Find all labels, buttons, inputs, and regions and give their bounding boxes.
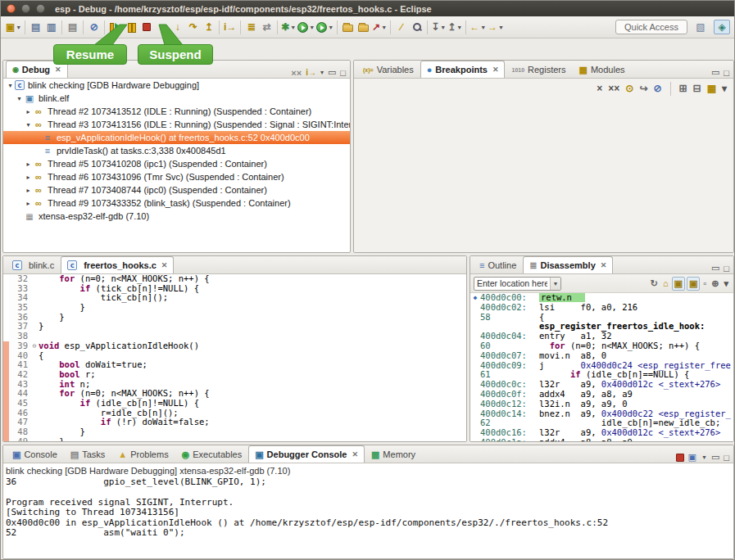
tree-item[interactable]: ▦xtensa-esp32-elf-gdb (7.10) bbox=[3, 210, 350, 223]
maximize-icon[interactable]: □ bbox=[340, 68, 346, 78]
tree-item[interactable]: ▾∞Thread #3 1073413156 (IDLE : Running) … bbox=[3, 118, 350, 131]
tree-item[interactable]: ▸∞Thread #2 1073413512 (IDLE : Running) … bbox=[3, 105, 350, 118]
new-wizard-button[interactable]: ▣▼ bbox=[6, 19, 21, 35]
step-instruction-button[interactable]: i→ bbox=[223, 19, 237, 35]
window-close-button[interactable] bbox=[7, 4, 16, 13]
tree-item[interactable]: ▸∞Thread #6 1073431096 (Tmr Svc) (Suspen… bbox=[3, 170, 350, 183]
java-perspective-icon[interactable]: ▧ bbox=[692, 20, 709, 34]
tree-item[interactable]: ▸∞Thread #7 1073408744 (ipc0) (Suspended… bbox=[3, 183, 350, 196]
editor-content[interactable]: 32 for (n=0; n<MAX_HOOKS; n++) {33 if (t… bbox=[3, 274, 466, 442]
search-button[interactable] bbox=[410, 19, 424, 35]
maximize-icon[interactable]: □ bbox=[724, 264, 729, 273]
group-by-button[interactable]: ▦ bbox=[707, 83, 716, 94]
new-view-button[interactable]: ▫ bbox=[701, 278, 708, 289]
skip-all-breakpoints-button[interactable]: ⊘ bbox=[653, 83, 661, 94]
maximize-icon[interactable]: □ bbox=[724, 453, 729, 463]
back-button[interactable]: ←▼ bbox=[470, 19, 486, 35]
skip-all-breakpoints-button[interactable]: ⊘ bbox=[87, 19, 101, 35]
step-instruction-toggle-icon[interactable]: i→ bbox=[306, 68, 316, 77]
collapse-all-button[interactable]: ⊟ bbox=[693, 83, 701, 94]
tab-tasks[interactable]: ▤Tasks bbox=[64, 445, 112, 463]
close-icon[interactable]: ✕ bbox=[161, 261, 168, 269]
expand-closed-icon[interactable]: ▸ bbox=[24, 160, 33, 168]
instruction-stepping-mode-button[interactable]: ≣ bbox=[244, 19, 258, 35]
tab-executables[interactable]: ◉Executables bbox=[175, 445, 249, 463]
track-expression-toggle-button[interactable]: ▣ bbox=[687, 277, 700, 291]
save-all-button[interactable]: ▥ bbox=[44, 19, 58, 35]
close-icon[interactable]: ✕ bbox=[55, 65, 61, 74]
disassembly-content[interactable]: ◆400d0c00:retw.n400d0c02:lsi f0, a0, 216… bbox=[470, 293, 733, 442]
run-coverage-button[interactable]: ▼ bbox=[316, 19, 333, 35]
step-over-button[interactable]: ↷ bbox=[186, 19, 200, 35]
console-content[interactable]: blink checking [GDB Hardware Debugging] … bbox=[3, 463, 733, 559]
reverse-toggle-button[interactable]: ⇄ bbox=[260, 19, 274, 35]
disassembly-location-input[interactable] bbox=[474, 278, 550, 288]
pin-button[interactable]: ⊕ bbox=[710, 278, 720, 290]
quick-access-button[interactable]: Quick Access bbox=[615, 20, 687, 34]
expand-closed-icon[interactable]: ▸ bbox=[24, 200, 33, 207]
tree-item[interactable]: ▾▣blink.elf bbox=[3, 92, 350, 105]
terminate-icon[interactable] bbox=[676, 454, 684, 462]
tree-item[interactable]: ≡esp_vApplicationIdleHook() at freertos_… bbox=[3, 131, 350, 144]
dropdown-arrow-icon[interactable]: ▼ bbox=[290, 25, 296, 30]
step-return-button[interactable]: ↥ bbox=[202, 19, 216, 35]
window-minimize-button[interactable] bbox=[21, 4, 30, 13]
show-supported-breakpoints-button[interactable]: ⊙ bbox=[625, 83, 633, 94]
maximize-icon[interactable]: □ bbox=[724, 68, 729, 78]
print-button[interactable]: ▤ bbox=[66, 19, 79, 35]
dropdown-arrow-icon[interactable]: ▼ bbox=[328, 25, 333, 30]
expand-all-button[interactable]: ⊞ bbox=[679, 83, 687, 94]
window-maximize-button[interactable] bbox=[36, 4, 45, 13]
annotation-next-button[interactable]: ↧▼ bbox=[431, 19, 446, 35]
minimize-icon[interactable]: ▭ bbox=[711, 263, 719, 273]
tab-outline[interactable]: ≡Outline bbox=[473, 256, 523, 273]
run-button[interactable]: ▼ bbox=[297, 19, 315, 35]
expand-closed-icon[interactable]: ▸ bbox=[24, 174, 33, 181]
tab-blink-c[interactable]: cblink.c bbox=[6, 256, 61, 273]
refresh-button[interactable]: ↻ bbox=[649, 278, 660, 290]
debug-perspective-icon[interactable]: ◈ bbox=[714, 20, 730, 34]
tab-problems[interactable]: ▲Problems bbox=[111, 445, 175, 463]
dropdown-arrow-icon[interactable]: ▼ bbox=[498, 25, 504, 30]
tab-variables[interactable]: (x)=Variables bbox=[356, 61, 420, 78]
view-menu-icon[interactable]: ▾ bbox=[320, 69, 324, 76]
expand-closed-icon[interactable]: ▸ bbox=[24, 108, 33, 115]
step-into-button[interactable]: ↓ bbox=[170, 19, 184, 35]
tab-console[interactable]: ▣Console bbox=[6, 445, 64, 463]
expand-closed-icon[interactable]: ▸ bbox=[24, 187, 33, 194]
tab-modules[interactable]: ▦Modules bbox=[573, 61, 632, 78]
dropdown-arrow-icon[interactable]: ▼ bbox=[440, 25, 446, 30]
minimize-icon[interactable]: ▭ bbox=[711, 452, 719, 463]
tab-memory[interactable]: ▦Memory bbox=[365, 445, 422, 463]
close-icon[interactable]: ✕ bbox=[601, 261, 607, 269]
dropdown-arrow-icon[interactable]: ▼ bbox=[701, 454, 707, 460]
open-resource-button[interactable] bbox=[356, 19, 370, 35]
tab-breakpoints[interactable]: ●Breakpoints✕ bbox=[420, 61, 506, 78]
expand-open-icon[interactable]: ▾ bbox=[6, 82, 15, 89]
remove-all-breakpoints-button[interactable]: ×× bbox=[608, 83, 619, 94]
suspend-button[interactable] bbox=[124, 19, 138, 35]
remove-all-terminated-icon[interactable]: ×× bbox=[291, 68, 302, 78]
tree-item[interactable]: ▸∞Thread #9 1073433352 (blink_task) (Sus… bbox=[3, 196, 350, 210]
display-console-icon[interactable]: ▣ bbox=[688, 452, 696, 463]
breakpoints-empty-area[interactable] bbox=[354, 98, 733, 252]
dropdown-arrow-icon[interactable]: ▼ bbox=[309, 25, 315, 30]
tab-freertos-hooks-c[interactable]: cfreertos_hooks.c✕ bbox=[61, 256, 174, 273]
tab-disassembly[interactable]: ≣Disassembly✕ bbox=[523, 256, 613, 273]
tree-item[interactable]: ≡prvIdleTask() at tasks.c:3,338 0x400845… bbox=[3, 144, 350, 157]
dropdown-arrow-icon[interactable]: ▼ bbox=[480, 25, 486, 30]
dropdown-arrow-icon[interactable]: ▼ bbox=[456, 25, 462, 30]
show-source-toggle-button[interactable]: ▣ bbox=[672, 277, 685, 291]
annotation-prev-button[interactable]: ↥▼ bbox=[447, 19, 462, 35]
external-tools-button[interactable]: ↗▼ bbox=[372, 19, 387, 35]
location-dropdown-icon[interactable]: ▼ bbox=[550, 278, 560, 290]
save-button[interactable]: ▤ bbox=[29, 19, 43, 35]
expand-open-icon[interactable]: ▾ bbox=[24, 121, 33, 129]
minimize-icon[interactable]: ▭ bbox=[711, 67, 719, 78]
close-icon[interactable]: ✕ bbox=[352, 450, 358, 458]
view-menu-button[interactable]: ▾ bbox=[722, 278, 730, 290]
go-to-file-button[interactable]: ↪ bbox=[639, 83, 647, 94]
forward-button[interactable]: →▼ bbox=[488, 19, 504, 35]
close-icon[interactable]: ✕ bbox=[492, 65, 499, 74]
minimize-icon[interactable]: ▭ bbox=[328, 67, 336, 78]
